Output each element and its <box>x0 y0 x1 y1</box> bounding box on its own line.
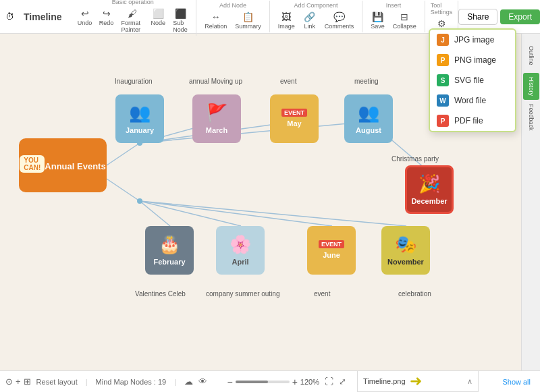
annual-events-label: Annual Events <box>45 161 105 171</box>
export-svg-label: SVG file <box>454 76 484 85</box>
august-label: August <box>344 125 393 136</box>
export-svg-item[interactable]: S SVG file <box>430 70 515 90</box>
bottom-icon-1[interactable]: ⊙ <box>5 376 13 387</box>
feedback-button[interactable]: Feedback <box>523 104 539 131</box>
svg-line-4 <box>140 121 370 143</box>
expand-button[interactable]: ⤢ <box>339 376 346 387</box>
march-node[interactable]: 🚩 March <box>192 94 241 143</box>
january-node[interactable]: 👥 January <box>115 94 164 143</box>
export-jpg-item[interactable]: J JPG image <box>430 30 515 50</box>
november-label: November <box>381 256 430 267</box>
relation-button[interactable]: ↔Relation <box>202 10 230 31</box>
summary-button[interactable]: 📋Summary <box>232 10 264 31</box>
november-node[interactable]: 🎭 November <box>381 226 430 275</box>
bottom-icon-2[interactable]: + <box>16 376 21 387</box>
august-emoji: 👥 <box>358 103 379 123</box>
june-node[interactable]: EVENT June <box>307 226 356 275</box>
mind-map-nodes-label: Mind Map Nodes : 19 <box>96 378 167 386</box>
fullscreen-button[interactable]: ⛶ <box>325 376 333 387</box>
zoom-bar[interactable] <box>236 381 290 383</box>
svg-line-6 <box>107 179 140 201</box>
may-annotation-text: event <box>280 78 296 85</box>
august-node[interactable]: 👥 August <box>344 94 393 143</box>
image-button[interactable]: 🖼Image <box>275 10 298 31</box>
export-dropdown: J JPG image P PNG image S SVG file W Wor… <box>429 28 516 132</box>
svg-icon: S <box>437 74 449 86</box>
bottom-icons: ⊙ + ⊞ <box>5 376 31 387</box>
basic-operation-section: Basic operation ↩Undo ↪Redo 🖌Format Pain… <box>70 0 197 36</box>
may-node[interactable]: EVENT May <box>270 94 319 143</box>
august-annotation: meeting <box>354 74 379 86</box>
pdf-icon: P <box>437 115 449 127</box>
zoom-out-button[interactable]: − <box>227 376 232 387</box>
export-button[interactable]: Export <box>500 9 540 24</box>
april-node[interactable]: 🌸 April <box>216 226 265 275</box>
node-button[interactable]: ⬜Node <box>148 7 167 34</box>
save-button[interactable]: 💾Save <box>368 10 387 31</box>
december-label: December <box>407 196 452 206</box>
april-label: April <box>216 256 265 267</box>
eye-icon[interactable]: 👁 <box>198 376 207 387</box>
reset-layout-button[interactable]: Reset layout <box>36 378 78 386</box>
svg-line-9 <box>140 201 332 226</box>
share-button[interactable]: Share <box>458 9 497 25</box>
june-annotation: event <box>314 287 330 299</box>
sub-node-button[interactable]: ⬛Sub Node <box>170 7 190 34</box>
august-annotation-text: meeting <box>354 78 379 85</box>
april-annotation: company summer outing <box>206 287 280 299</box>
january-annotation-text: Inauguration <box>115 78 153 85</box>
download-arrow-icon: ➜ <box>410 372 422 390</box>
march-annotation-text: annual Moving up <box>189 78 242 85</box>
toolbar: ⏱ Timeline Basic operation ↩Undo ↪Redo 🖌… <box>0 0 540 34</box>
zoom-controls: − + 120% ⛶ ⤢ <box>227 376 346 387</box>
png-icon: P <box>437 54 449 66</box>
export-pdf-item[interactable]: P PDF file <box>430 111 515 131</box>
undo-button[interactable]: ↩Undo <box>76 7 94 34</box>
february-annotation-text: Valentines Celeb <box>135 290 186 298</box>
february-node[interactable]: 🎂 February <box>145 226 194 275</box>
word-icon: W <box>437 94 449 107</box>
zoom-fill <box>236 381 268 383</box>
bottom-download-bar: Timeline.png ➜ ∧ <box>357 371 479 392</box>
january-annotation: Inauguration <box>115 74 153 86</box>
zoom-level-label: 120% <box>300 378 319 386</box>
november-emoji: 🎭 <box>395 234 416 255</box>
svg-line-10 <box>140 201 406 226</box>
may-event-badge: EVENT <box>281 109 307 117</box>
history-button[interactable]: History <box>523 73 539 100</box>
february-annotation: Valentines Celeb <box>135 287 186 299</box>
add-node-label: Add Node <box>219 2 246 9</box>
november-annotation-text: celebration <box>398 290 431 298</box>
may-label: May <box>270 118 319 129</box>
january-emoji: 👥 <box>129 103 151 123</box>
show-all-button[interactable]: Show all <box>498 376 535 387</box>
tool-settings-label: Tool Settings <box>431 2 453 16</box>
app-title: Timeline <box>16 11 70 22</box>
cloud-icon[interactable]: ☁ <box>184 376 193 387</box>
june-annotation-text: event <box>314 290 330 298</box>
outline-button[interactable]: Outline <box>523 42 539 69</box>
february-emoji: 🎂 <box>159 234 180 255</box>
format-painter-button[interactable]: 🖌Format Painter <box>119 7 146 34</box>
comments-button[interactable]: 💬Comments <box>322 10 357 31</box>
january-label: January <box>115 125 164 136</box>
download-filename: Timeline.png <box>363 377 406 385</box>
collapse-button[interactable]: ⊟Collapse <box>390 10 419 31</box>
zoom-in-button[interactable]: + <box>292 376 298 387</box>
annual-events-node[interactable]: YOUCAN! Annual Events <box>19 138 107 192</box>
link-button[interactable]: 🔗Link <box>300 10 319 31</box>
export-word-item[interactable]: W Word file <box>430 90 515 111</box>
bottom-bar: ⊙ + ⊞ Reset layout | Mind Map Nodes : 19… <box>0 370 540 392</box>
insert-section: Insert 💾Save ⊟Collapse <box>362 1 425 32</box>
may-annotation: event <box>280 74 296 86</box>
export-png-item[interactable]: P PNG image <box>430 50 515 70</box>
redo-button[interactable]: ↪Redo <box>97 7 116 34</box>
march-label: March <box>192 125 241 136</box>
bottom-icon-3[interactable]: ⊞ <box>24 376 31 387</box>
december-emoji: 🎉 <box>418 173 440 194</box>
december-annotation-text: Christmas party <box>392 155 439 163</box>
add-component-label: Add Component <box>294 2 338 9</box>
right-sidebar: Outline History Feedback <box>521 34 540 370</box>
december-node[interactable]: 🎉 December <box>405 165 454 214</box>
download-caret[interactable]: ∧ <box>467 377 473 386</box>
